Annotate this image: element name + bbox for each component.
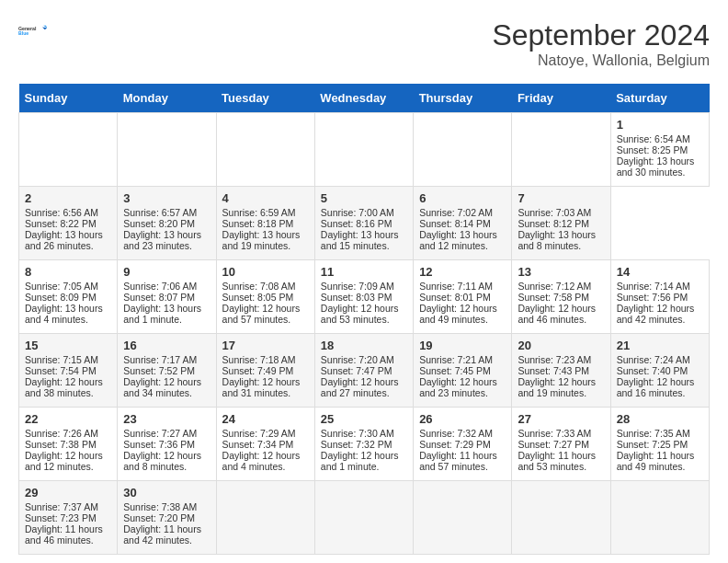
- sunrise-text: Sunrise: 7:26 AM: [25, 428, 111, 439]
- sunset-text: Sunset: 7:29 PM: [419, 439, 506, 450]
- calendar-cell: 29Sunrise: 7:37 AMSunset: 7:23 PMDayligh…: [19, 481, 118, 555]
- day-number: 14: [617, 265, 703, 279]
- calendar-cell: [314, 113, 413, 187]
- sunset-text: Sunset: 7:52 PM: [123, 365, 210, 376]
- calendar-cell: 14Sunrise: 7:14 AMSunset: 7:56 PMDayligh…: [610, 260, 709, 334]
- logo-icon: General Blue: [18, 18, 48, 44]
- calendar-cell: [19, 113, 118, 187]
- daylight-text: Daylight: 12 hours and 38 minutes.: [25, 376, 111, 398]
- sunset-text: Sunset: 7:25 PM: [617, 439, 703, 450]
- col-monday: Monday: [118, 84, 216, 113]
- day-number: 11: [321, 265, 407, 279]
- day-number: 30: [123, 486, 210, 500]
- sunrise-text: Sunrise: 7:29 AM: [222, 428, 309, 439]
- daylight-text: Daylight: 13 hours and 30 minutes.: [617, 155, 703, 178]
- calendar-cell: [118, 113, 216, 187]
- calendar-cell: 25Sunrise: 7:30 AMSunset: 7:32 PMDayligh…: [314, 408, 413, 481]
- day-number: 3: [123, 191, 210, 205]
- day-number: 9: [123, 265, 210, 279]
- day-number: 19: [419, 339, 506, 352]
- sunrise-text: Sunrise: 7:08 AM: [222, 281, 309, 292]
- daylight-text: Daylight: 13 hours and 26 minutes.: [25, 229, 111, 251]
- calendar-cell: 1Sunrise: 6:54 AMSunset: 8:25 PMDaylight…: [610, 113, 709, 187]
- daylight-text: Daylight: 12 hours and 49 minutes.: [419, 303, 506, 325]
- calendar-table: Sunday Monday Tuesday Wednesday Thursday…: [18, 84, 710, 555]
- sunrise-text: Sunrise: 7:18 AM: [222, 354, 309, 365]
- calendar-cell: 15Sunrise: 7:15 AMSunset: 7:54 PMDayligh…: [19, 334, 118, 408]
- sunset-text: Sunset: 8:09 PM: [25, 292, 111, 303]
- sunset-text: Sunset: 7:45 PM: [419, 365, 506, 376]
- sunrise-text: Sunrise: 7:12 AM: [518, 281, 604, 292]
- day-number: 18: [321, 339, 407, 352]
- sunrise-text: Sunrise: 7:03 AM: [518, 207, 604, 218]
- daylight-text: Daylight: 12 hours and 4 minutes.: [222, 450, 309, 472]
- sunset-text: Sunset: 8:22 PM: [25, 218, 111, 229]
- col-wednesday: Wednesday: [314, 84, 413, 113]
- sunset-text: Sunset: 8:03 PM: [321, 292, 407, 303]
- day-number: 20: [518, 339, 604, 352]
- calendar-week-row: 2Sunrise: 6:56 AMSunset: 8:22 PMDaylight…: [19, 187, 710, 260]
- calendar-cell: [610, 481, 709, 555]
- calendar-cell: 19Sunrise: 7:21 AMSunset: 7:45 PMDayligh…: [414, 334, 512, 408]
- daylight-text: Daylight: 13 hours and 8 minutes.: [518, 229, 604, 251]
- col-thursday: Thursday: [414, 84, 512, 113]
- page-header: General Blue September 2024 Natoye, Wall…: [18, 18, 710, 69]
- calendar-cell: 26Sunrise: 7:32 AMSunset: 7:29 PMDayligh…: [414, 408, 512, 481]
- sunrise-text: Sunrise: 7:37 AM: [25, 501, 111, 512]
- sunset-text: Sunset: 7:58 PM: [518, 292, 604, 303]
- calendar-cell: 28Sunrise: 7:35 AMSunset: 7:25 PMDayligh…: [610, 408, 709, 481]
- sunrise-text: Sunrise: 7:00 AM: [321, 207, 407, 218]
- daylight-text: Daylight: 13 hours and 1 minute.: [123, 303, 210, 325]
- sunrise-text: Sunrise: 7:24 AM: [617, 354, 703, 365]
- day-number: 10: [222, 265, 309, 279]
- sunset-text: Sunset: 8:05 PM: [222, 292, 309, 303]
- calendar-cell: [512, 481, 610, 555]
- col-sunday: Sunday: [19, 84, 118, 113]
- calendar-cell: 9Sunrise: 7:06 AMSunset: 8:07 PMDaylight…: [118, 260, 216, 334]
- calendar-cell: 30Sunrise: 7:38 AMSunset: 7:20 PMDayligh…: [118, 481, 216, 555]
- sunset-text: Sunset: 7:54 PM: [25, 365, 111, 376]
- sunset-text: Sunset: 8:12 PM: [518, 218, 604, 229]
- daylight-text: Daylight: 12 hours and 8 minutes.: [123, 450, 210, 472]
- sunrise-text: Sunrise: 6:56 AM: [25, 207, 111, 218]
- daylight-text: Daylight: 12 hours and 42 minutes.: [617, 303, 703, 325]
- calendar-cell: 2Sunrise: 6:56 AMSunset: 8:22 PMDaylight…: [19, 187, 118, 260]
- daylight-text: Daylight: 12 hours and 1 minute.: [321, 450, 407, 472]
- calendar-cell: 20Sunrise: 7:23 AMSunset: 7:43 PMDayligh…: [512, 334, 610, 408]
- sunset-text: Sunset: 8:18 PM: [222, 218, 309, 229]
- day-number: 22: [25, 412, 111, 426]
- sunrise-text: Sunrise: 7:11 AM: [419, 281, 506, 292]
- sunset-text: Sunset: 7:36 PM: [123, 439, 210, 450]
- calendar-cell: 11Sunrise: 7:09 AMSunset: 8:03 PMDayligh…: [314, 260, 413, 334]
- calendar-cell: 24Sunrise: 7:29 AMSunset: 7:34 PMDayligh…: [216, 408, 314, 481]
- daylight-text: Daylight: 12 hours and 16 minutes.: [617, 376, 703, 398]
- day-number: 1: [617, 118, 703, 132]
- daylight-text: Daylight: 12 hours and 57 minutes.: [222, 303, 309, 325]
- sunset-text: Sunset: 7:47 PM: [321, 365, 407, 376]
- daylight-text: Daylight: 11 hours and 53 minutes.: [518, 450, 604, 472]
- calendar-cell: 8Sunrise: 7:05 AMSunset: 8:09 PMDaylight…: [19, 260, 118, 334]
- logo: General Blue: [18, 18, 48, 44]
- day-number: 4: [222, 191, 309, 205]
- calendar-cell: 7Sunrise: 7:03 AMSunset: 8:12 PMDaylight…: [512, 187, 610, 260]
- calendar-week-row: 22Sunrise: 7:26 AMSunset: 7:38 PMDayligh…: [19, 408, 710, 481]
- daylight-text: Daylight: 11 hours and 46 minutes.: [25, 523, 111, 546]
- sunrise-text: Sunrise: 7:38 AM: [123, 501, 210, 512]
- location-subtitle: Natoye, Wallonia, Belgium: [492, 52, 710, 69]
- calendar-cell: 10Sunrise: 7:08 AMSunset: 8:05 PMDayligh…: [216, 260, 314, 334]
- daylight-text: Daylight: 12 hours and 34 minutes.: [123, 376, 210, 398]
- day-number: 2: [25, 191, 111, 205]
- sunset-text: Sunset: 7:32 PM: [321, 439, 407, 450]
- col-tuesday: Tuesday: [216, 84, 314, 113]
- sunrise-text: Sunrise: 6:59 AM: [222, 207, 309, 218]
- daylight-text: Daylight: 11 hours and 49 minutes.: [617, 450, 703, 472]
- sunset-text: Sunset: 7:27 PM: [518, 439, 604, 450]
- daylight-text: Daylight: 11 hours and 42 minutes.: [123, 523, 210, 546]
- daylight-text: Daylight: 12 hours and 12 minutes.: [25, 450, 111, 472]
- calendar-cell: [314, 481, 413, 555]
- calendar-cell: 21Sunrise: 7:24 AMSunset: 7:40 PMDayligh…: [610, 334, 709, 408]
- calendar-cell: [216, 113, 314, 187]
- calendar-cell: 17Sunrise: 7:18 AMSunset: 7:49 PMDayligh…: [216, 334, 314, 408]
- day-number: 6: [419, 191, 506, 205]
- sunrise-text: Sunrise: 6:57 AM: [123, 207, 210, 218]
